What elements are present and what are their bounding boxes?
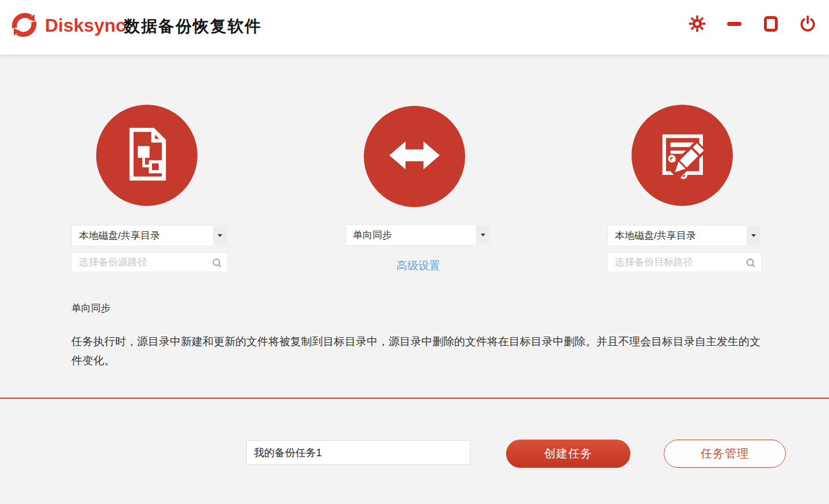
- direction-circle: [364, 106, 465, 207]
- mode-description-heading: 单向同步: [71, 301, 111, 315]
- caret-down-icon: [218, 234, 222, 237]
- minimize-icon[interactable]: [725, 15, 743, 32]
- settings-gear-icon[interactable]: [689, 15, 706, 32]
- power-icon[interactable]: [799, 15, 816, 32]
- window-controls: [689, 0, 816, 47]
- mode-description-body: 任务执行时，源目录中新建和更新的文件将被复制到目标目录中，源目录中删除的文件将在…: [71, 332, 762, 370]
- document-edit-icon: [653, 125, 711, 185]
- create-task-button[interactable]: 创建任务: [506, 440, 630, 468]
- source-type-value: 本地磁盘/共享目录: [72, 229, 160, 242]
- sync-mode-caret-button[interactable]: [476, 226, 490, 245]
- target-path-field: [607, 253, 762, 272]
- sync-mode-select[interactable]: 单向同步: [345, 224, 491, 246]
- sync-arrows-logo-icon: [8, 10, 40, 42]
- file-structure-icon: [118, 125, 176, 185]
- target-circle: [632, 105, 733, 206]
- source-type-select[interactable]: 本地磁盘/共享目录: [71, 225, 228, 246]
- target-type-value: 本地磁盘/共享目录: [608, 229, 696, 242]
- task-name-input[interactable]: [247, 441, 470, 464]
- brand-name: Disksync: [45, 15, 126, 36]
- task-name-field: [246, 440, 470, 465]
- app-title: 数据备份恢复软件: [124, 16, 262, 37]
- source-path-input[interactable]: [72, 253, 227, 272]
- divider: [0, 398, 829, 399]
- maximize-icon[interactable]: [762, 15, 779, 32]
- sync-mode-value: 单向同步: [346, 228, 392, 242]
- title-bar: Disksync 数据备份恢复软件: [0, 0, 829, 55]
- target-path-input[interactable]: [608, 253, 761, 272]
- source-path-field: [71, 253, 228, 272]
- manage-task-button[interactable]: 任务管理: [664, 440, 786, 468]
- source-circle: [96, 105, 197, 206]
- double-arrow-icon: [386, 127, 443, 186]
- source-type-caret-button[interactable]: [213, 226, 227, 245]
- caret-down-icon: [481, 234, 485, 236]
- target-type-select[interactable]: 本地磁盘/共享目录: [607, 225, 762, 246]
- caret-down-icon: [751, 234, 756, 237]
- target-type-caret-button[interactable]: [747, 226, 760, 245]
- advanced-settings-link[interactable]: 高级设置: [345, 258, 491, 273]
